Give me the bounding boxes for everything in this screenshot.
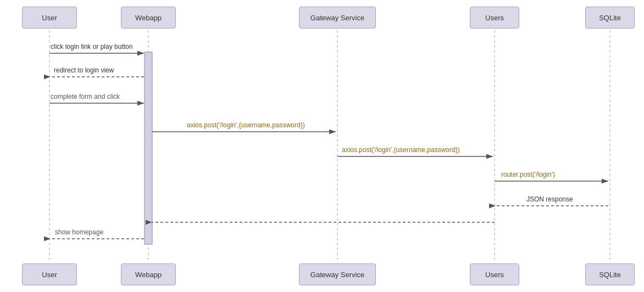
svg-text:axios.post('/login',{username,: axios.post('/login',{username,password}): [342, 146, 460, 154]
participant-users-bottom: Users: [470, 263, 519, 285]
svg-text:redirect to login view: redirect to login view: [54, 66, 114, 74]
participant-webapp-bottom: Webapp: [121, 263, 176, 285]
sequence-diagram: click login link or play button redirect…: [0, 0, 644, 292]
svg-text:show homepage: show homepage: [55, 228, 103, 236]
svg-text:router.post('/login'): router.post('/login'): [501, 171, 555, 178]
participant-users-top: Users: [470, 7, 519, 29]
svg-text:click login link or play butto: click login link or play button: [51, 43, 132, 50]
svg-text:axios.post('/login',{username,: axios.post('/login',{username,password}): [187, 121, 305, 129]
participant-sqlite-bottom: SQLite: [585, 263, 635, 285]
participant-webapp-top: Webapp: [121, 7, 176, 29]
participant-user-top: User: [22, 7, 77, 29]
participant-gateway-bottom: Gateway Service: [299, 263, 376, 285]
svg-text:JSON response: JSON response: [526, 195, 573, 203]
svg-rect-7: [145, 52, 152, 244]
participant-sqlite-top: SQLite: [585, 7, 635, 29]
participant-gateway-top: Gateway Service: [299, 7, 376, 29]
participant-user-bottom: User: [22, 263, 77, 285]
arrows-layer: click login link or play button redirect…: [0, 0, 644, 292]
svg-text:complete form and click: complete form and click: [51, 93, 120, 100]
